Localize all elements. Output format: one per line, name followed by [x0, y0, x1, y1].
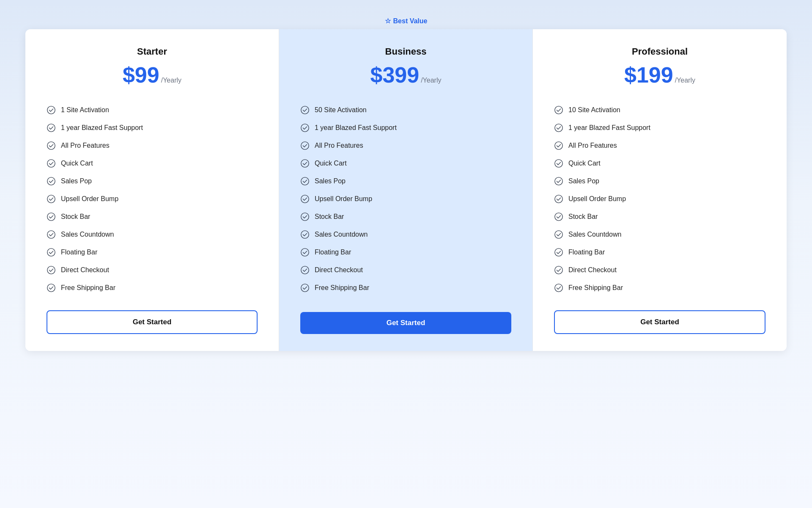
check-circle-icon [300, 194, 310, 204]
feature-label: Sales Countdown [568, 231, 621, 238]
get-started-button-professional[interactable]: Get Started [554, 310, 765, 334]
feature-label: Free Shipping Bar [568, 284, 623, 292]
list-item: Stock Bar [300, 208, 511, 226]
svg-point-24 [555, 142, 562, 149]
check-circle-icon [554, 283, 563, 293]
check-circle-icon [47, 177, 56, 186]
feature-label: Quick Cart [315, 160, 347, 167]
check-circle-icon [300, 212, 310, 221]
plan-card-professional: Professional$199/Yearly 10 Site Activati… [533, 29, 787, 351]
check-circle-icon [47, 283, 56, 293]
plan-price-business: $399 [370, 62, 419, 88]
get-started-button-starter[interactable]: Get Started [47, 310, 258, 334]
best-value-label: Best Value [393, 17, 428, 25]
feature-label: Sales Pop [315, 177, 346, 185]
feature-label: 10 Site Activation [568, 106, 620, 114]
svg-point-12 [301, 124, 309, 132]
check-circle-icon [300, 283, 310, 293]
svg-point-27 [555, 195, 562, 203]
list-item: Sales Pop [554, 172, 765, 190]
svg-point-9 [47, 266, 55, 274]
check-circle-icon [554, 177, 563, 186]
svg-point-0 [47, 106, 55, 114]
check-circle-icon [554, 105, 563, 115]
plan-period-professional: /Yearly [675, 77, 695, 84]
star-icon: ☆ [385, 17, 391, 25]
feature-label: 1 year Blazed Fast Support [315, 124, 397, 132]
list-item: Upsell Order Bump [300, 190, 511, 208]
check-circle-icon [554, 194, 563, 204]
pricing-page: ☆ Best Value Starter$99/Yearly 1 Site Ac… [8, 8, 804, 368]
feature-label: Floating Bar [61, 248, 97, 256]
plan-price-starter: $99 [123, 62, 159, 88]
get-started-button-business[interactable]: Get Started [300, 312, 511, 334]
check-circle-icon [300, 265, 310, 275]
svg-point-11 [301, 106, 309, 114]
list-item: Stock Bar [47, 208, 258, 226]
check-circle-icon [300, 141, 310, 150]
check-circle-icon [300, 159, 310, 168]
svg-point-19 [301, 248, 309, 256]
feature-label: Sales Pop [61, 177, 92, 185]
feature-label: Quick Cart [61, 160, 93, 167]
feature-label: Direct Checkout [568, 266, 617, 274]
plan-card-starter: Starter$99/Yearly 1 Site Activation 1 ye… [25, 29, 279, 351]
svg-point-16 [301, 195, 309, 203]
svg-point-13 [301, 142, 309, 149]
svg-point-25 [555, 160, 562, 167]
list-item: Sales Countdown [554, 226, 765, 243]
check-circle-icon [47, 194, 56, 204]
list-item: Direct Checkout [300, 261, 511, 279]
feature-label: Upsell Order Bump [61, 195, 118, 203]
feature-label: Floating Bar [315, 248, 351, 256]
feature-label: Floating Bar [568, 248, 605, 256]
list-item: Free Shipping Bar [300, 279, 511, 297]
check-circle-icon [300, 105, 310, 115]
svg-point-26 [555, 177, 562, 185]
list-item: Free Shipping Bar [47, 279, 258, 297]
feature-label: 1 year Blazed Fast Support [568, 124, 650, 132]
check-circle-icon [554, 248, 563, 257]
feature-label: Direct Checkout [61, 266, 109, 274]
list-item: Stock Bar [554, 208, 765, 226]
list-item: Direct Checkout [47, 261, 258, 279]
plan-period-starter: /Yearly [161, 77, 181, 84]
list-item: Quick Cart [554, 155, 765, 172]
svg-point-5 [47, 195, 55, 203]
check-circle-icon [554, 159, 563, 168]
svg-point-15 [301, 177, 309, 185]
plan-period-business: /Yearly [421, 77, 441, 84]
features-list-business: 50 Site Activation 1 year Blazed Fast Su… [300, 101, 511, 298]
plan-price-professional: $199 [624, 62, 673, 88]
svg-point-6 [47, 213, 55, 221]
feature-label: 50 Site Activation [315, 106, 367, 114]
feature-label: Free Shipping Bar [61, 284, 115, 292]
plan-name-starter: Starter [47, 46, 258, 57]
feature-label: All Pro Features [315, 142, 363, 149]
list-item: Upsell Order Bump [47, 190, 258, 208]
list-item: Sales Pop [47, 172, 258, 190]
svg-point-28 [555, 213, 562, 221]
feature-label: 1 year Blazed Fast Support [61, 124, 143, 132]
plan-price-row-starter: $99/Yearly [47, 62, 258, 88]
feature-label: Upsell Order Bump [568, 195, 626, 203]
feature-label: 1 Site Activation [61, 106, 109, 114]
check-circle-icon [47, 105, 56, 115]
svg-point-30 [555, 248, 562, 256]
plan-card-business: Business$399/Yearly 50 Site Activation 1… [279, 29, 533, 351]
check-circle-icon [47, 265, 56, 275]
list-item: Direct Checkout [554, 261, 765, 279]
feature-label: Stock Bar [568, 213, 598, 221]
list-item: 1 year Blazed Fast Support [300, 119, 511, 137]
feature-label: Quick Cart [568, 160, 601, 167]
plans-container: Starter$99/Yearly 1 Site Activation 1 ye… [25, 29, 787, 351]
list-item: Sales Countdown [47, 226, 258, 243]
check-circle-icon [554, 141, 563, 150]
check-circle-icon [554, 212, 563, 221]
list-item: 1 Site Activation [47, 101, 258, 119]
list-item: Quick Cart [47, 155, 258, 172]
svg-point-20 [301, 266, 309, 274]
list-item: All Pro Features [300, 137, 511, 155]
features-list-professional: 10 Site Activation 1 year Blazed Fast Su… [554, 101, 765, 297]
feature-label: Sales Countdown [61, 231, 114, 238]
